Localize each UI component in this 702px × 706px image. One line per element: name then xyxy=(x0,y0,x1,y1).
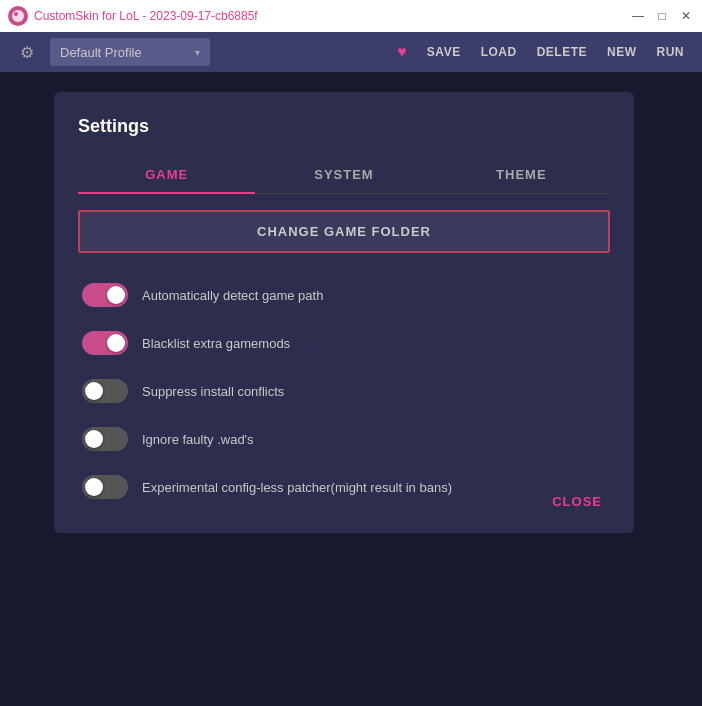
toggle-label-suppress: Suppress install conflicts xyxy=(142,384,284,399)
toggle-label-auto-detect: Automatically detect game path xyxy=(142,288,323,303)
close-button[interactable]: CLOSE xyxy=(544,490,610,513)
save-button[interactable]: SAVE xyxy=(421,41,467,63)
profile-dropdown[interactable]: Default Profile ▾ xyxy=(50,38,210,66)
run-button[interactable]: RUN xyxy=(651,41,691,63)
window-title: CustomSkin for LoL - 2023-09-17-cb6885f xyxy=(34,9,630,23)
toggle-label-blacklist: Blacklist extra gamemods xyxy=(142,336,290,351)
tab-game[interactable]: GAME xyxy=(78,157,255,194)
change-game-folder-button[interactable]: CHANGE GAME FOLDER xyxy=(78,210,610,253)
delete-button[interactable]: DELETE xyxy=(531,41,593,63)
toggle-item-suppress: Suppress install conflicts xyxy=(78,369,610,413)
center-panel: Settings GAME SYSTEM THEME CHANGE GAME F… xyxy=(0,72,688,706)
title-version: 2023-09-17-cb6885f xyxy=(150,9,258,23)
app-icon xyxy=(8,6,28,26)
toggle-item-experimental: Experimental config-less patcher(might r… xyxy=(78,465,610,509)
toggle-list: Automatically detect game path Blacklist… xyxy=(78,273,610,509)
toggle-auto-detect[interactable] xyxy=(82,283,128,307)
main-content: Settings GAME SYSTEM THEME CHANGE GAME F… xyxy=(0,72,702,706)
toggle-blacklist[interactable] xyxy=(82,331,128,355)
tab-system[interactable]: SYSTEM xyxy=(255,157,432,194)
title-bar: CustomSkin for LoL - 2023-09-17-cb6885f … xyxy=(0,0,702,32)
tab-theme[interactable]: THEME xyxy=(433,157,610,194)
toggle-label-experimental: Experimental config-less patcher(might r… xyxy=(142,480,452,495)
close-window-button[interactable]: ✕ xyxy=(678,8,694,24)
settings-card: Settings GAME SYSTEM THEME CHANGE GAME F… xyxy=(54,92,634,533)
window-controls: — □ ✕ xyxy=(630,8,694,24)
new-button[interactable]: NEW xyxy=(601,41,643,63)
gear-icon[interactable]: ⚙ xyxy=(12,37,42,67)
title-static: CustomSkin for LoL - xyxy=(34,9,150,23)
toggle-ignore-faulty[interactable] xyxy=(82,427,128,451)
svg-point-1 xyxy=(14,12,18,16)
toggle-item-auto-detect: Automatically detect game path xyxy=(78,273,610,317)
menu-bar: ⚙ Default Profile ▾ ♥ SAVE LOAD DELETE N… xyxy=(0,32,702,72)
heart-icon[interactable]: ♥ xyxy=(391,43,413,61)
scrollbar-area xyxy=(688,72,702,706)
toggle-experimental[interactable] xyxy=(82,475,128,499)
toggle-item-ignore-faulty: Ignore faulty .wad's xyxy=(78,417,610,461)
maximize-button[interactable]: □ xyxy=(654,8,670,24)
toggle-suppress[interactable] xyxy=(82,379,128,403)
tabs-bar: GAME SYSTEM THEME xyxy=(78,157,610,194)
toggle-item-blacklist: Blacklist extra gamemods xyxy=(78,321,610,365)
toggle-label-ignore-faulty: Ignore faulty .wad's xyxy=(142,432,254,447)
settings-title: Settings xyxy=(78,116,610,137)
minimize-button[interactable]: — xyxy=(630,8,646,24)
svg-point-0 xyxy=(12,10,24,22)
chevron-down-icon: ▾ xyxy=(195,47,200,58)
load-button[interactable]: LOAD xyxy=(475,41,523,63)
profile-name: Default Profile xyxy=(60,45,187,60)
